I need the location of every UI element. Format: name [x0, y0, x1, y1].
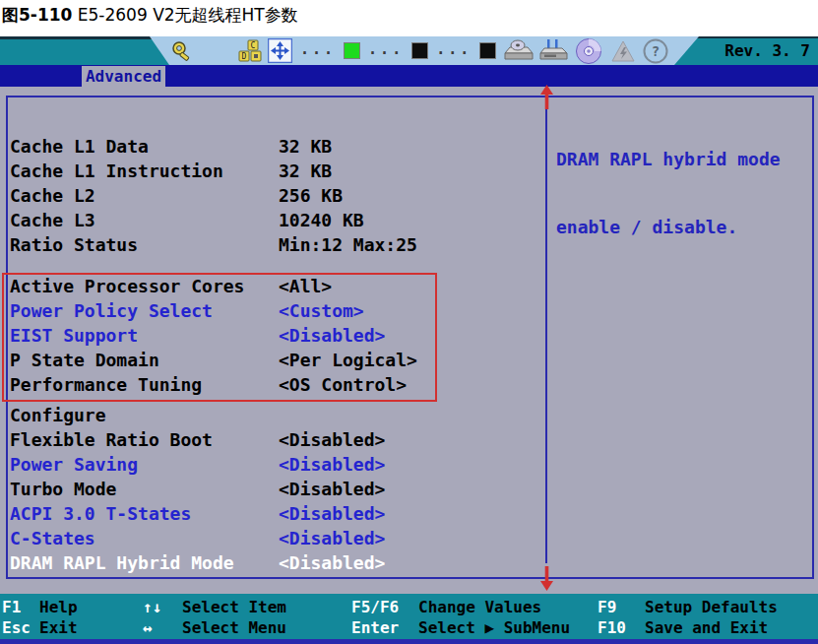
hint-label: Change Values [418, 598, 541, 616]
setting-value: <Disabled> [279, 427, 385, 452]
revision-badge: Rev. 3. 7 [674, 36, 818, 65]
setting-row[interactable]: DRAM RAPL Hybrid Mode<Disabled> [10, 550, 537, 575]
bottom-navy-strip [0, 639, 818, 644]
setting-label: C-States [10, 526, 279, 550]
setting-label: DRAM RAPL Hybrid Mode [10, 550, 279, 575]
setting-row[interactable]: Flexible Ratio Boot<Disabled> [10, 427, 537, 452]
panel-divider [545, 97, 547, 563]
lightning-triangle-icon [611, 40, 635, 62]
setting-value: <Disabled> [279, 526, 385, 550]
green-status-square [344, 42, 360, 59]
setting-row[interactable]: Configure [10, 403, 537, 427]
key-hint: F5/F6Change Values [349, 597, 596, 617]
hint-label: Setup Defaults [645, 598, 778, 616]
svg-text:C: C [251, 41, 256, 50]
tab-advanced[interactable]: Advanced [82, 66, 165, 87]
figure-title: E5-2609 V2无超线程HT参数 [72, 5, 297, 25]
setting-row[interactable]: Turbo Mode<Disabled> [10, 477, 537, 501]
hint-key: Enter [351, 617, 418, 638]
setting-label: Cache L1 Instruction [10, 159, 279, 183]
hint-label: Exit [39, 618, 78, 637]
bios-setup-screenshot: 图5-110 E5-2609 V2无超线程HT参数 CD ... ... ... [0, 0, 818, 644]
figure-caption: 图5-110 E5-2609 V2无超线程HT参数 [2, 4, 298, 27]
bios-menubar: Advanced [0, 65, 818, 87]
hint-key: ↔ [143, 617, 182, 638]
setting-row[interactable]: Cache L310240 KB [10, 208, 537, 232]
setting-value: 256 KB [279, 183, 343, 208]
scroll-down-red-arrow [539, 565, 554, 595]
setting-value: 32 KB [279, 159, 332, 183]
titlebar-icons: CD ... ... ... ? [171, 36, 668, 65]
setting-row[interactable]: Cache L1 Data32 KB [10, 134, 537, 159]
cd-icon [575, 37, 602, 65]
svg-text:D: D [242, 52, 247, 61]
hint-label: Select Menu [182, 618, 286, 637]
scroll-up-red-arrow [539, 85, 554, 114]
setting-row[interactable]: Ratio StatusMin:12 Max:25 [10, 232, 537, 257]
printer-icon [539, 37, 569, 64]
hint-key: F10 [598, 617, 645, 638]
hint-key: F9 [598, 597, 645, 617]
bios-content-area: DRAM RAPL hybrid mode enable / disable. … [0, 87, 818, 594]
ellipsis: ... [300, 40, 336, 58]
hint-label: Select ▶ SubMenu [418, 618, 570, 637]
key-hint: F10Save and Exit [596, 617, 818, 638]
setting-value: <Disabled> [279, 452, 385, 477]
hint-key: F1 [2, 597, 39, 617]
key-hint: F1Help [0, 597, 141, 617]
setting-value: 32 KB [279, 134, 332, 159]
keyboard-icon: CD [238, 39, 262, 63]
setting-value: <Disabled> [279, 477, 385, 501]
setting-label: Configure [10, 403, 279, 427]
setting-value: <Disabled> [279, 501, 385, 526]
hint-label: Help [39, 598, 78, 616]
key-hint: ↑↓Select Item [141, 597, 349, 617]
disk-drive-icon [504, 37, 534, 64]
setting-value: 10240 KB [279, 208, 364, 232]
bios-titlebar: CD ... ... ... ? [0, 36, 818, 65]
svg-text:?: ? [652, 43, 660, 59]
titlebar-left-banner [0, 36, 169, 65]
key-hint: EnterSelect ▶ SubMenu [349, 617, 596, 638]
black-status-square [411, 42, 428, 59]
key-hint: ↔Select Menu [141, 617, 349, 638]
hint-key: ↑↓ [143, 597, 182, 617]
ellipsis: ... [436, 40, 472, 58]
setting-label: ACPI 3.0 T-States [10, 501, 279, 526]
red-annotation-box [2, 273, 437, 402]
key-hint: EscExit [0, 617, 141, 638]
setting-label: Cache L1 Data [10, 134, 279, 159]
hint-key: Esc [2, 617, 39, 638]
hint-label: Select Item [182, 598, 286, 616]
help-line: DRAM RAPL hybrid mode [556, 148, 781, 170]
setting-row[interactable]: C-States<Disabled> [10, 526, 537, 550]
black-status-square [479, 42, 496, 59]
setting-row[interactable]: Cache L2256 KB [10, 183, 537, 208]
setting-label: Cache L2 [10, 183, 279, 208]
hint-label: Save and Exit [645, 618, 768, 637]
setting-label: Power Saving [10, 452, 279, 477]
ellipsis: ... [368, 40, 404, 58]
hint-key: F5/F6 [351, 597, 418, 617]
setting-row[interactable]: Power Saving<Disabled> [10, 452, 537, 477]
figure-number: 图5-110 [2, 5, 72, 25]
help-line: enable / disable. [556, 216, 781, 238]
setting-label: Cache L3 [10, 208, 279, 232]
key-hints-bar: F1Help↑↓Select ItemF5/F6Change ValuesF9S… [0, 594, 818, 639]
setting-label: Ratio Status [10, 232, 279, 257]
key-hint: F9Setup Defaults [596, 597, 818, 617]
help-icon: ? [643, 38, 668, 64]
setting-value: Min:12 Max:25 [279, 232, 417, 257]
setting-value: <Disabled> [279, 550, 385, 575]
setting-row[interactable]: ACPI 3.0 T-States<Disabled> [10, 501, 537, 526]
move-icon [268, 38, 292, 63]
item-help-panel: DRAM RAPL hybrid mode enable / disable. [556, 102, 781, 284]
setting-row[interactable]: Cache L1 Instruction32 KB [10, 159, 537, 183]
key-icon [171, 39, 193, 63]
setting-label: Turbo Mode [10, 477, 279, 501]
setting-label: Flexible Ratio Boot [10, 427, 279, 452]
